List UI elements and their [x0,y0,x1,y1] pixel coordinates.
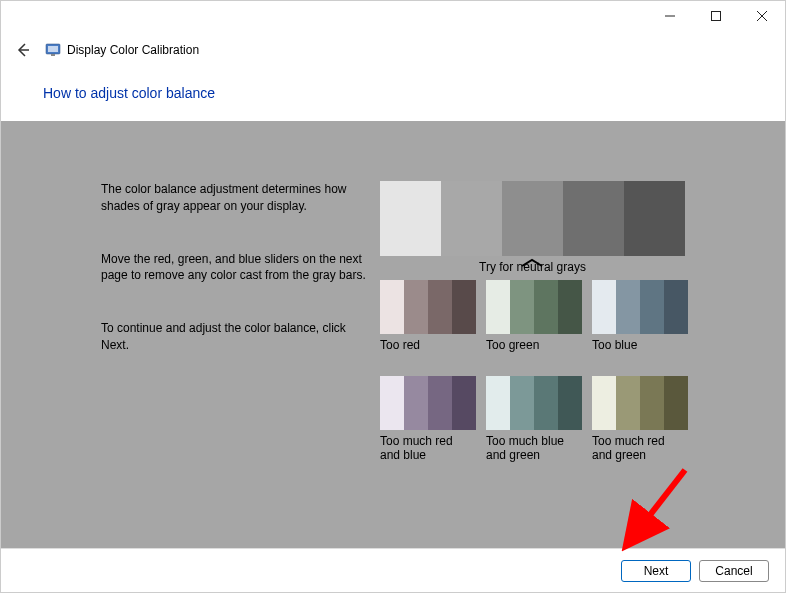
swatch [510,376,534,430]
app-title: Display Color Calibration [67,43,199,57]
caret-up-icon [520,258,544,268]
example-label: Too red [380,338,476,366]
neutral-caret-row: Try for neutral grays [380,260,685,280]
swatch [616,376,640,430]
swatch [592,280,616,334]
swatch [640,280,664,334]
swatch [616,280,640,334]
instruction-p2: Move the red, green, and blue sliders on… [101,251,376,285]
example-label: Too green [486,338,582,366]
footer: Next Cancel [1,548,785,592]
instruction-p1: The color balance adjustment determines … [101,181,376,215]
swatch [452,280,476,334]
gradient-swatch [624,181,685,256]
neutral-gradient-bar [380,181,685,256]
swatch [592,376,616,430]
example-cell: Too red [380,280,476,366]
swatch [534,376,558,430]
swatch [534,280,558,334]
example-swatches [380,280,476,334]
swatch [510,280,534,334]
close-button[interactable] [739,1,785,31]
swatch [380,280,404,334]
example-cell: Too blue [592,280,688,366]
gradient-swatch [563,181,624,256]
example-swatches [592,376,688,430]
app-icon [45,42,61,58]
examples-grid: Too redToo greenToo blueToo much red and… [380,280,700,472]
back-button[interactable] [11,38,35,62]
examples-column: Try for neutral grays Too redToo greenTo… [376,181,785,472]
swatch [558,376,582,430]
page-heading-row: How to adjust color balance [1,69,785,121]
svg-rect-7 [51,54,55,56]
example-label: Too much red and blue [380,434,476,462]
example-cell: Too green [486,280,582,366]
next-button[interactable]: Next [621,560,691,582]
swatch [664,280,688,334]
window-controls [647,1,785,31]
example-label: Too much blue and green [486,434,582,462]
instruction-p3: To continue and adjust the color balance… [101,320,376,354]
swatch [664,376,688,430]
example-swatches [592,280,688,334]
svg-rect-1 [712,12,721,21]
swatch [428,280,452,334]
instructions-column: The color balance adjustment determines … [101,181,376,472]
maximize-button[interactable] [693,1,739,31]
example-swatches [486,376,582,430]
swatch [404,280,428,334]
cancel-button[interactable]: Cancel [699,560,769,582]
swatch [558,280,582,334]
header: Display Color Calibration [1,31,785,69]
swatch [486,280,510,334]
gradient-swatch [380,181,441,256]
example-swatches [486,280,582,334]
swatch [640,376,664,430]
svg-rect-6 [48,46,58,52]
titlebar [1,1,785,31]
page-heading: How to adjust color balance [43,85,785,101]
swatch [428,376,452,430]
example-label: Too blue [592,338,688,366]
swatch [404,376,428,430]
example-cell: Too much red and green [592,376,688,462]
example-swatches [380,376,476,430]
gradient-swatch [441,181,502,256]
example-cell: Too much red and blue [380,376,476,462]
swatch [486,376,510,430]
example-cell: Too much blue and green [486,376,582,462]
swatch [380,376,404,430]
gradient-swatch [502,181,563,256]
example-label: Too much red and green [592,434,688,462]
swatch [452,376,476,430]
minimize-button[interactable] [647,1,693,31]
content-area: The color balance adjustment determines … [1,121,785,566]
